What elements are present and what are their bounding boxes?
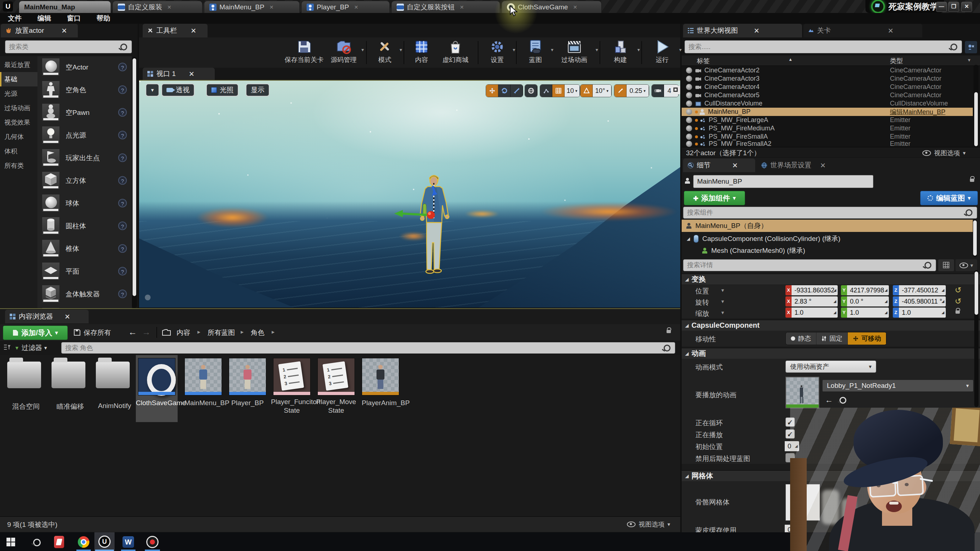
modes-button[interactable]: 模式 (371, 39, 399, 66)
back-icon[interactable]: ← (128, 327, 137, 337)
grab-icon[interactable] (118, 153, 127, 162)
edit-blueprint-button[interactable]: 编辑蓝图 (920, 191, 978, 205)
restore-button[interactable] (948, 2, 959, 12)
animation-thumbnail[interactable] (786, 377, 819, 408)
grab-icon[interactable] (118, 176, 127, 185)
media-app-icon[interactable] (54, 536, 64, 548)
breadcrumb-all-blueprints[interactable]: 所有蓝图 (208, 328, 235, 337)
rotate-tool-button[interactable] (498, 85, 511, 97)
close-icon[interactable] (820, 161, 826, 170)
mobility-static[interactable]: 静态 (786, 332, 816, 345)
sources-panel-icon[interactable] (3, 344, 11, 351)
location-x-field[interactable]: -9331.860352 (792, 285, 838, 295)
chevron-down-icon[interactable] (595, 47, 598, 52)
place-search[interactable] (5, 40, 132, 53)
visibility-eye-icon[interactable] (686, 67, 692, 73)
world-local-toggle[interactable] (525, 84, 538, 97)
outliner-scrollbar[interactable] (974, 65, 978, 147)
windows-start-icon[interactable] (6, 538, 15, 546)
asset-player-function-state[interactable]: 123 Player_Funciton State (273, 358, 313, 415)
grab-icon[interactable] (118, 85, 127, 94)
grab-icon[interactable] (118, 244, 127, 253)
tab-mainmenu-bp[interactable]: MainMenu_BP (204, 1, 300, 13)
place-item-cube[interactable]: 立方体 (37, 170, 132, 192)
asset-folder-blendspace[interactable]: 混合空间 (7, 362, 45, 411)
place-item-plane[interactable]: 平面 (37, 260, 132, 283)
outliner-row-culldistancevolume[interactable]: CullDistanceVolumeCullDistanceVolume (682, 99, 973, 108)
section-transform[interactable]: 变换 (682, 274, 980, 284)
category-lights[interactable]: 光源 (0, 86, 37, 101)
outliner-row-mainmenu-bp[interactable]: MainMenu_BP编辑MainMenu_BP (682, 108, 973, 116)
edit-blueprint-link[interactable]: 编辑MainMenu_BP (890, 108, 945, 116)
category-basic[interactable]: 基础 (0, 72, 37, 86)
minimize-button[interactable] (936, 2, 947, 12)
grid-snap-button[interactable] (552, 85, 565, 97)
column-label[interactable]: 标签 (697, 57, 710, 65)
grab-icon[interactable] (118, 267, 127, 275)
tab-content-browser[interactable]: 内容浏览器 (5, 310, 89, 323)
chrome-icon[interactable] (78, 536, 89, 548)
visibility-eye-icon[interactable] (686, 84, 692, 90)
place-item-cylinder[interactable]: 圆柱体 (37, 215, 132, 238)
tab-world-settings[interactable]: 世界场景设置 (757, 159, 845, 172)
section-capsulecomponent[interactable]: CapsuleComponent (682, 320, 980, 330)
viewport-options-dropdown[interactable] (146, 84, 159, 97)
show-button[interactable]: 显示 (246, 84, 269, 97)
category-cinematic[interactable]: 过场动画 (0, 101, 37, 115)
menu-help[interactable]: 帮助 (97, 14, 110, 23)
perspective-button[interactable]: 透视 (161, 84, 194, 97)
sort-desc-icon[interactable]: ▼ (967, 58, 971, 63)
place-scrollbar[interactable] (132, 57, 137, 308)
details-scrollbar[interactable] (974, 270, 978, 407)
scale-snap-button[interactable] (614, 85, 627, 97)
grab-icon[interactable] (118, 108, 127, 117)
word-icon[interactable]: W (123, 536, 134, 548)
chevron-down-icon[interactable] (399, 47, 402, 52)
category-volumes[interactable]: 体积 (0, 144, 37, 159)
visibility-eye-icon[interactable] (686, 125, 692, 132)
outliner-row-cinecameraactor3[interactable]: CineCameraActor3CineCameraActor (682, 75, 973, 83)
viewport-3d-scene[interactable]: 透视 光照 显示 10 (139, 81, 680, 308)
search-components-input[interactable] (684, 209, 966, 216)
scale-y-field[interactable]: 1.0 (847, 308, 889, 318)
rotation-snap-value[interactable]: 10° (593, 85, 611, 97)
animation-asset-dropdown[interactable]: Lobby_P1_NotReady1 (822, 380, 974, 392)
lock-icon[interactable] (667, 330, 671, 333)
lock-scale-icon[interactable] (956, 310, 960, 314)
place-item-empty-character[interactable]: 空角色 (37, 79, 132, 102)
grab-icon[interactable] (118, 289, 127, 298)
tab-mainmenu-map[interactable]: MainMenu_Map (19, 1, 111, 13)
outliner-search-input[interactable] (685, 43, 950, 51)
chevron-down-icon[interactable] (637, 47, 640, 52)
visibility-eye-icon[interactable] (686, 141, 692, 147)
asset-playeranim-bp[interactable]: PlayerAnim_BP (362, 358, 399, 407)
place-item-player-start[interactable]: 玩家出生点 (37, 147, 132, 170)
close-icon[interactable] (460, 4, 464, 10)
asset-folder-animnotify[interactable]: AnimNotify (96, 362, 133, 410)
outliner-row-fire-medium[interactable]: PS_MW_FireMediumAEmitter (682, 124, 973, 133)
menu-window[interactable]: 窗口 (67, 14, 81, 23)
close-icon[interactable] (191, 27, 196, 35)
chevron-down-icon[interactable] (361, 47, 364, 52)
tab-custom-cloth[interactable]: 自定义服装 (112, 1, 202, 13)
rotation-x-field[interactable]: 2.83 ° (792, 296, 838, 306)
asset-search-input[interactable] (62, 344, 663, 352)
close-window-button[interactable] (961, 2, 972, 12)
rotation-y-field[interactable]: 0.0 ° (847, 296, 889, 306)
play-button[interactable]: 运行 (646, 39, 679, 66)
outliner-row-cinecameraactor5[interactable]: CineCameraActor5CineCameraActor (682, 91, 973, 99)
visibility-eye-icon[interactable] (686, 133, 692, 140)
place-item-empty-actor[interactable]: 空Actor (37, 56, 132, 79)
maximize-viewport-button[interactable] (671, 86, 680, 94)
surface-snap-button[interactable] (540, 85, 552, 97)
outliner-row-fire-large[interactable]: PS_MW_FireLargeAEmitter (682, 116, 973, 124)
chevron-down-icon[interactable] (721, 287, 724, 294)
component-mesh-row[interactable]: Mesh (CharacterMesh0) (继承) (682, 245, 973, 256)
scale-tool-button[interactable] (511, 85, 523, 97)
close-icon[interactable] (754, 27, 759, 35)
tab-details[interactable]: 细节 (683, 159, 755, 172)
component-capsule-row[interactable]: ◢ CapsuleComponent (CollisionCylinder) (… (682, 233, 973, 245)
grid-snap-value[interactable]: 10 (565, 85, 580, 97)
sort-asc-icon[interactable]: ▲ (788, 57, 793, 62)
mobility-stationary[interactable]: 固定 (816, 332, 848, 345)
